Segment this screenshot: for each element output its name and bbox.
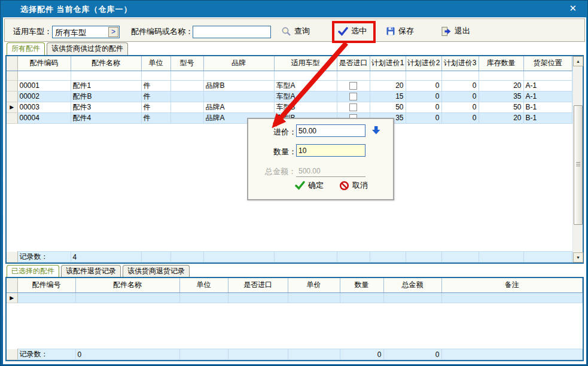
table-cell[interactable] xyxy=(17,292,75,303)
column-header: 配件名称 xyxy=(75,278,179,292)
quantity-input[interactable] xyxy=(296,144,365,157)
save-button[interactable]: 保存 xyxy=(386,25,414,37)
part-code-input[interactable] xyxy=(193,26,271,38)
table-empty-area xyxy=(7,303,583,349)
table-cell[interactable]: 0 xyxy=(406,102,441,112)
table-cell[interactable] xyxy=(383,292,441,303)
table-cell[interactable] xyxy=(441,292,583,303)
record-count-label: 记录数： xyxy=(17,349,75,360)
table-cell xyxy=(479,252,523,263)
tab-selected-parts[interactable]: 已选择的配件 xyxy=(7,265,59,277)
table-cell xyxy=(228,349,288,360)
table-cell[interactable]: 品牌A xyxy=(203,102,274,112)
cancel-button[interactable]: 取消 xyxy=(339,180,368,191)
table-cell[interactable] xyxy=(288,292,340,303)
table-cell[interactable] xyxy=(337,91,370,102)
table-cell[interactable]: 0 xyxy=(406,80,441,91)
imported-checkbox[interactable] xyxy=(349,93,357,100)
table-cell[interactable]: 件 xyxy=(141,102,170,112)
table-cell[interactable] xyxy=(179,292,228,303)
table-cell[interactable] xyxy=(170,102,203,112)
table-cell[interactable]: 00001 xyxy=(17,80,71,91)
table-cell[interactable] xyxy=(337,80,370,91)
table-cell[interactable]: 00002 xyxy=(17,91,71,102)
table-cell[interactable] xyxy=(203,91,274,102)
imported-checkbox[interactable] xyxy=(349,82,357,90)
table-cell[interactable]: 35 xyxy=(479,91,523,102)
save-button-label: 保存 xyxy=(398,26,414,36)
total-amount-label: 总金额： xyxy=(265,166,296,177)
table-cell[interactable]: A-1 xyxy=(523,91,572,102)
table-cell xyxy=(170,252,203,263)
table-cell[interactable]: 配件4 xyxy=(71,112,141,123)
table-cell[interactable]: 车型B xyxy=(274,102,337,112)
table-cell[interactable]: 00003 xyxy=(17,102,71,112)
tab-supplier-supplied-parts[interactable]: 该供货商供过货的配件 xyxy=(47,42,128,55)
ok-button[interactable]: 确定 xyxy=(295,180,324,191)
table-cell[interactable]: 配件1 xyxy=(71,80,141,91)
tab-all-parts[interactable]: 所有配件 xyxy=(7,42,45,55)
table-cell[interactable]: 15 xyxy=(370,91,406,102)
arrow-down-icon[interactable] xyxy=(371,126,381,135)
table-cell[interactable]: 50 xyxy=(479,102,523,112)
column-header: 配件编号 xyxy=(17,278,75,292)
table-cell[interactable] xyxy=(170,80,203,91)
column-header: 计划进价3 xyxy=(441,56,479,71)
table-cell[interactable]: 00004 xyxy=(17,112,71,123)
column-header: 总金额 xyxy=(383,278,441,292)
price-quantity-dialog: 进价： 数量： 总金额： 500.00 确定 取消 xyxy=(247,118,394,200)
table-cell[interactable]: 件 xyxy=(141,80,170,91)
price-input[interactable] xyxy=(296,124,365,137)
combo-dropdown-icon[interactable]: > xyxy=(108,27,118,37)
vehicle-type-combo[interactable]: 所有车型 > xyxy=(52,26,120,38)
table-cell[interactable]: B-1 xyxy=(523,112,572,123)
quantity-label: 数量： xyxy=(273,147,297,157)
table-cell[interactable]: 配件3 xyxy=(71,102,141,112)
row-indicator xyxy=(7,112,17,123)
table-cell xyxy=(523,71,572,80)
table-cell[interactable]: 0 xyxy=(441,80,479,91)
query-button[interactable]: 查询 xyxy=(281,25,310,37)
table-cell[interactable] xyxy=(337,102,370,112)
column-header: 配件名称 xyxy=(71,56,141,71)
tab-supplier-return-records[interactable]: 该供货商退货记录 xyxy=(123,265,190,277)
table-cell[interactable]: 20 xyxy=(479,112,523,123)
table-cell[interactable]: 0 xyxy=(441,91,479,102)
table-cell[interactable]: 品牌B xyxy=(203,80,274,91)
exit-button[interactable]: 退出 xyxy=(441,25,470,37)
table-cell[interactable]: 0 xyxy=(406,91,441,102)
table-cell[interactable]: 配件B xyxy=(71,91,141,102)
table-cell[interactable] xyxy=(75,292,179,303)
record-count-value: 0 xyxy=(75,349,179,360)
table-cell[interactable] xyxy=(170,91,203,102)
table-cell[interactable]: 50 xyxy=(370,102,406,112)
table-cell[interactable] xyxy=(228,292,288,303)
imported-checkbox[interactable] xyxy=(349,103,357,111)
scroll-up-icon[interactable]: ▲ xyxy=(573,56,583,66)
record-count-row: 记录数：000 xyxy=(7,349,583,360)
table-cell[interactable] xyxy=(170,112,203,123)
table-cell[interactable]: A-1 xyxy=(523,80,572,91)
table-cell[interactable]: 20 xyxy=(479,80,523,91)
table-cell[interactable]: 件 xyxy=(141,91,170,102)
close-icon[interactable]: ✕ xyxy=(566,3,579,14)
vertical-scrollbar[interactable]: ▲ ▼ xyxy=(572,56,583,263)
table-cell xyxy=(337,252,370,263)
tab-part-return-records[interactable]: 该配件退货记录 xyxy=(61,265,121,277)
table-cell xyxy=(288,349,340,360)
table-cell[interactable]: B-1 xyxy=(523,102,572,112)
table-cell[interactable]: 车型A xyxy=(274,80,337,91)
table-cell[interactable]: 0 xyxy=(406,112,441,123)
table-cell[interactable]: 0 xyxy=(441,102,479,112)
table-cell[interactable] xyxy=(340,292,383,303)
table-cell[interactable]: 件 xyxy=(141,112,170,123)
column-header: 适用车型 xyxy=(274,56,337,71)
record-count-value: 4 xyxy=(71,252,141,263)
column-header: 数量 xyxy=(340,278,383,292)
table-cell[interactable]: 车型A xyxy=(274,91,337,102)
scroll-down-icon[interactable]: ▼ xyxy=(573,252,583,263)
scrollbar-thumb[interactable] xyxy=(574,105,583,225)
table-cell[interactable]: 0 xyxy=(441,112,479,123)
table-row: ▶ xyxy=(7,292,583,303)
table-cell[interactable]: 20 xyxy=(370,80,406,91)
